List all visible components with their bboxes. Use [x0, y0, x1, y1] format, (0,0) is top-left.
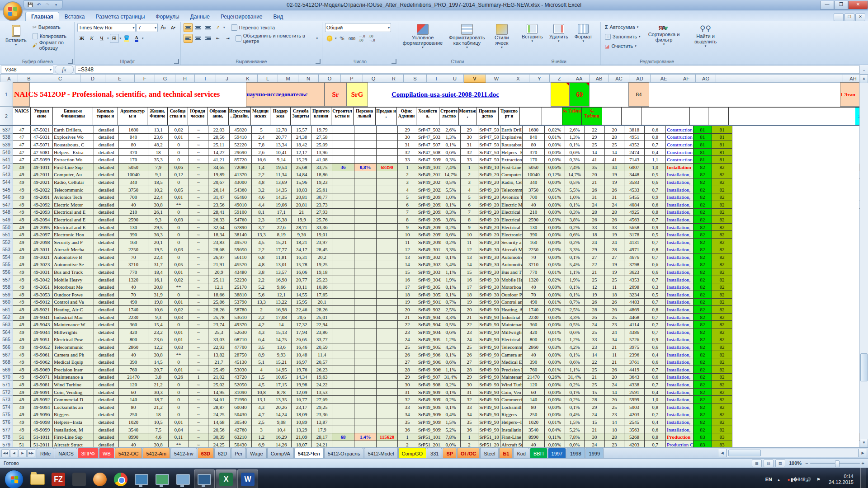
cell-W563[interactable]: Maintenan — [500, 321, 523, 328]
cell-E576[interactable]: 1020 — [119, 418, 148, 426]
cell-D564[interactable]: detailed — [94, 328, 119, 336]
cell-H553[interactable]: ~ — [189, 246, 208, 254]
column-header-F[interactable]: F — [135, 75, 155, 83]
column-header-O[interactable]: O — [319, 75, 341, 83]
cell-U558[interactable]: 17 — [461, 283, 478, 291]
column-header-J[interactable]: J — [216, 75, 238, 83]
cell-AC548[interactable]: 4925 — [624, 209, 645, 216]
cell-AC563[interactable]: 4114 — [624, 321, 645, 328]
cell-S578[interactable]: SrP51_1011 — [417, 433, 441, 441]
cell-D565[interactable]: detailed — [94, 336, 119, 344]
sheet-tab-OI /OC[interactable]: OI /OC — [457, 448, 480, 458]
cell-Y547[interactable]: 0,00% — [545, 201, 565, 209]
cell-R564[interactable]: 23 — [398, 328, 417, 336]
clock[interactable]: 0:14 24.12.2015 — [825, 474, 857, 485]
cell-M571[interactable]: 19,98 — [292, 381, 312, 389]
cell-K561[interactable]: 2 — [252, 306, 271, 314]
cell-Z541[interactable]: 0,3% — [565, 156, 585, 164]
cell-U563[interactable]: 22 — [461, 321, 478, 328]
cell-Y557[interactable]: 0,02% — [545, 276, 565, 284]
cell-O553[interactable] — [332, 246, 354, 254]
cell-O560[interactable] — [332, 299, 354, 306]
cell-AG561[interactable]: 82 — [712, 306, 732, 314]
scroll-down-icon[interactable]: ▼ — [860, 439, 868, 447]
cell-W562[interactable]: Industrial — [500, 314, 523, 321]
cell-W537[interactable]: Earth Drill — [500, 126, 523, 134]
cell-AE561[interactable]: Installation, — [666, 306, 693, 314]
cell-V552[interactable]: SrP49_20 — [478, 239, 500, 246]
cell-J574[interactable]: 60040 — [230, 404, 252, 411]
row-header-557[interactable]: 557 — [0, 276, 13, 284]
cell-M553[interactable]: 24,17 — [292, 246, 312, 254]
cell-AE564[interactable]: Installation, — [666, 328, 693, 336]
cell-AC543[interactable]: 3448 — [624, 171, 645, 179]
cell-AF551[interactable]: 82 — [693, 231, 712, 239]
cell-AB550[interactable]: 33 — [605, 224, 624, 231]
sheet-tab-WB[interactable]: WB — [99, 448, 114, 458]
cell-AA561[interactable]: 28 — [585, 306, 605, 314]
cell-AG572[interactable]: 82 — [712, 389, 732, 396]
cell-H545[interactable]: ~ — [189, 186, 208, 194]
cell-Z563[interactable]: 0,5% — [565, 321, 585, 328]
cell-U566[interactable]: 25 — [461, 343, 478, 351]
cell-O552[interactable] — [332, 239, 354, 246]
cell-AE563[interactable]: Installation, — [666, 321, 693, 328]
cell-G549[interactable]: 0,03 — [169, 216, 189, 224]
align-left-button[interactable] — [184, 34, 193, 43]
cell-AG570[interactable]: 82 — [712, 374, 732, 381]
cell-P560[interactable] — [354, 299, 377, 306]
cell-AD571[interactable]: 0,7 — [645, 381, 666, 389]
cell-X542[interactable]: 5050 — [523, 164, 545, 171]
cell-AD552[interactable]: 0,7 — [645, 239, 666, 246]
cell-F552[interactable]: 20,1 — [148, 239, 169, 246]
cell-R554[interactable]: 13 — [398, 253, 417, 261]
cell-E548[interactable]: 210 — [119, 209, 148, 216]
cell-A556[interactable]: 49 — [13, 268, 31, 276]
cell-S554[interactable]: SrP49_3021 — [417, 253, 441, 261]
accounting-format-button[interactable]: 🪙 — [325, 34, 334, 43]
fill-color-button[interactable]: 🪣 — [122, 34, 131, 43]
row-header-554[interactable]: 554 — [0, 253, 13, 261]
header-cell-A[interactable]: NAICS — [13, 107, 31, 125]
sheet-tab-5412-Чел[interactable]: 5412-Чел — [294, 448, 324, 458]
cell-B552[interactable]: 49-2098 — [31, 239, 53, 246]
cell-R553[interactable]: 12 — [398, 246, 417, 254]
cell-B563[interactable]: 49-9043 — [31, 321, 53, 328]
zoom-out-icon[interactable]: − — [805, 460, 808, 466]
cell-I570[interactable]: 21,02 — [208, 374, 230, 381]
cell-P555[interactable] — [354, 261, 377, 269]
cell-AF579[interactable]: 83 — [693, 441, 712, 447]
scroll-up-icon[interactable]: ▲ — [860, 75, 868, 83]
cell-AE571[interactable]: Installation, — [666, 381, 693, 389]
cell-E542[interactable]: 5050 — [119, 164, 148, 171]
cell-K542[interactable]: 1,4 — [252, 164, 271, 171]
sheet-tab-5412-Inv[interactable]: 5412-Inv — [170, 448, 197, 458]
cell-AE566[interactable]: Installation, — [666, 343, 693, 351]
cell-AG560[interactable]: 82 — [712, 299, 732, 306]
cell-M565[interactable]: 26,65 — [292, 336, 312, 344]
row-header-572[interactable]: 572 — [0, 389, 13, 396]
cell-Y552[interactable]: 0,00% — [545, 239, 565, 246]
cell-X566[interactable]: 2860 — [523, 343, 545, 351]
cell-U551[interactable]: 10 — [461, 231, 478, 239]
row-header-539[interactable]: 539 — [0, 141, 13, 149]
cell-B573[interactable]: 49-9092 — [31, 396, 53, 404]
cell-AD555[interactable]: 0,6 — [645, 261, 666, 269]
cell-A578[interactable]: 51 — [13, 433, 31, 441]
ribbon-tab-Рецензирование[interactable]: Рецензирование — [215, 12, 268, 21]
cell-AD564[interactable]: 0,7 — [645, 328, 666, 336]
cell-Q542[interactable]: 68390 — [377, 164, 398, 171]
cell-X541[interactable]: 170 — [523, 156, 545, 164]
cell-B567[interactable]: 49-9061 — [31, 351, 53, 359]
header-cell-L[interactable]: Поддер жка — [270, 107, 291, 125]
cell-AG544[interactable]: 82 — [712, 178, 732, 186]
cell-T540[interactable]: 0,6% — [441, 149, 461, 156]
cell-AF552[interactable]: 82 — [693, 239, 712, 246]
cell-AD541[interactable]: 1,1 — [645, 156, 666, 164]
cell-A557[interactable]: 49 — [13, 276, 31, 284]
cell-Y560[interactable]: 0,01% — [545, 299, 565, 306]
cell-M575[interactable]: 18,09 — [292, 411, 312, 419]
cell-Q539[interactable] — [377, 141, 398, 149]
cell-E571[interactable]: 120 — [119, 381, 148, 389]
cell-S557[interactable]: SrP49_3042 — [417, 276, 441, 284]
